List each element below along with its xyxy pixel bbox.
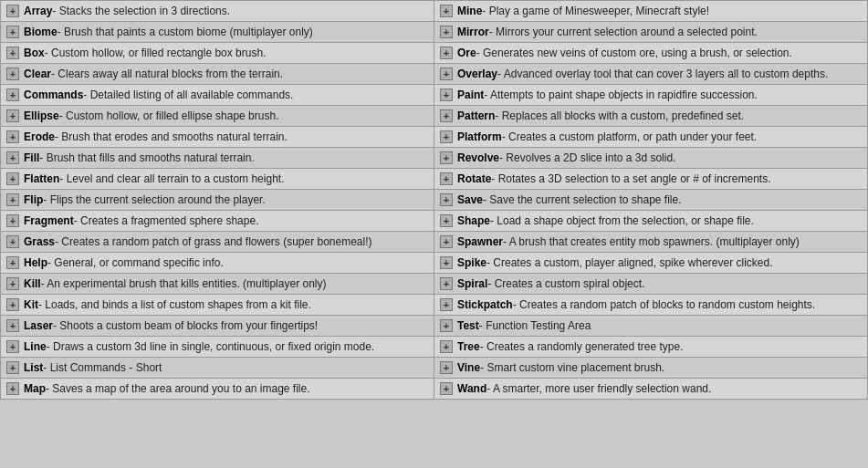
plus-icon: +: [440, 130, 453, 143]
list-item[interactable]: +Kill - An experimental brush that kills…: [1, 274, 434, 295]
item-desc: - Revolves a 2D slice into a 3d solid.: [499, 151, 675, 164]
list-item[interactable]: +Revolve - Revolves a 2D slice into a 3d…: [434, 148, 868, 169]
plus-icon: +: [440, 298, 453, 311]
item-name: Fill: [24, 151, 39, 164]
list-item[interactable]: +Array - Stacks the selection in 3 direc…: [1, 1, 434, 22]
list-item[interactable]: +Fragment - Creates a fragmented sphere …: [1, 211, 434, 232]
list-item[interactable]: +Paint - Attempts to paint shape objects…: [434, 85, 868, 106]
item-desc: - Detailed listing of all available comm…: [83, 88, 293, 101]
item-desc: - A smarter, more user friendly selectio…: [486, 382, 711, 395]
plus-icon: +: [6, 340, 19, 353]
list-item[interactable]: +Flip - Flips the current selection arou…: [1, 190, 434, 211]
item-name: Overlay: [457, 68, 497, 80]
list-item[interactable]: +Spawner - A brush that creates entity m…: [434, 232, 868, 253]
list-item[interactable]: +Platform - Creates a custom platform, o…: [434, 127, 868, 148]
plus-icon: +: [440, 214, 453, 227]
item-desc: - Generates new veins of custom ore, usi…: [476, 47, 792, 59]
list-item[interactable]: +Rotate - Rotates a 3D selection to a se…: [434, 169, 868, 190]
item-desc: - Saves a map of the area around you to …: [46, 382, 310, 395]
item-name: Help: [24, 256, 47, 269]
item-desc: - Brush that erodes and smooths natural …: [55, 130, 288, 143]
list-item[interactable]: +Test - Function Testing Area: [434, 316, 868, 337]
list-item[interactable]: +Line - Draws a custom 3d line in single…: [1, 337, 434, 358]
list-item[interactable]: +Spike - Creates a custom, player aligne…: [434, 253, 868, 274]
item-name: Test: [457, 319, 479, 332]
plus-icon: +: [6, 26, 19, 38]
list-item[interactable]: +Box - Custom hollow, or filled rectangl…: [1, 43, 434, 64]
list-item[interactable]: +Vine - Smart custom vine placement brus…: [434, 358, 868, 379]
plus-icon: +: [6, 319, 19, 332]
plus-icon: +: [6, 88, 19, 101]
list-item[interactable]: +Ore - Generates new veins of custom ore…: [434, 43, 868, 64]
item-name: Paint: [457, 88, 484, 101]
list-item[interactable]: +Erode - Brush that erodes and smooths n…: [1, 127, 434, 148]
item-name: Revolve: [457, 151, 499, 164]
item-name: List: [24, 361, 43, 374]
plus-icon: +: [6, 193, 19, 206]
list-item[interactable]: +Tree - Creates a randomly generated tre…: [434, 337, 868, 358]
item-desc: - General, or command specific info.: [47, 256, 224, 269]
plus-icon: +: [440, 193, 453, 206]
commands-grid: +Array - Stacks the selection in 3 direc…: [0, 0, 868, 400]
item-desc: - Function Testing Area: [479, 319, 591, 332]
plus-icon: +: [440, 235, 453, 248]
item-desc: - A brush that creates entity mob spawne…: [503, 235, 800, 248]
item-desc: - Rotates a 3D selection to a set angle …: [491, 172, 770, 185]
plus-icon: +: [6, 68, 19, 80]
item-name: Stickpatch: [457, 298, 513, 311]
item-desc: - Custom hollow, or filled ellipse shape…: [59, 109, 279, 122]
item-desc: - Level and clear all terrain to a custo…: [59, 172, 284, 185]
item-desc: - Advanced overlay tool that can cover 3…: [497, 68, 828, 80]
item-name: Spawner: [457, 235, 503, 248]
item-name: Grass: [24, 235, 55, 248]
plus-icon: +: [6, 172, 19, 185]
list-item[interactable]: +Shape - Load a shape object from the se…: [434, 211, 868, 232]
list-item[interactable]: +Fill - Brush that fills and smooths nat…: [1, 148, 434, 169]
list-item[interactable]: +Commands - Detailed listing of all avai…: [1, 85, 434, 106]
item-name: Mirror: [457, 26, 489, 38]
list-item[interactable]: +Map - Saves a map of the area around yo…: [1, 379, 434, 400]
plus-icon: +: [6, 47, 19, 59]
list-item[interactable]: +Mirror - Mirrors your current selection…: [434, 22, 868, 43]
item-desc: - Creates a custom platform, or path und…: [502, 130, 757, 143]
list-item[interactable]: +Mine - Play a game of Minesweeper, Mine…: [434, 1, 868, 22]
plus-icon: +: [440, 382, 453, 395]
list-item[interactable]: +Clear - Clears away all natural blocks …: [1, 64, 434, 85]
plus-icon: +: [6, 5, 19, 17]
item-desc: - Play a game of Minesweeper, Minecraft …: [482, 5, 709, 17]
list-item[interactable]: +Flatten - Level and clear all terrain t…: [1, 169, 434, 190]
list-item[interactable]: +Overlay - Advanced overlay tool that ca…: [434, 64, 868, 85]
list-item[interactable]: +Grass - Creates a random patch of grass…: [1, 232, 434, 253]
list-item[interactable]: +Stickpatch - Creates a random patch of …: [434, 295, 868, 316]
item-desc: - Flips the current selection around the…: [43, 193, 265, 206]
list-item[interactable]: +Pattern - Replaces all blocks with a cu…: [434, 106, 868, 127]
list-item[interactable]: +Help - General, or command specific inf…: [1, 253, 434, 274]
item-name: Pattern: [457, 109, 495, 122]
list-item[interactable]: +Laser - Shoots a custom beam of blocks …: [1, 316, 434, 337]
list-item[interactable]: +Wand - A smarter, more user friendly se…: [434, 379, 868, 400]
item-name: Vine: [457, 361, 480, 374]
list-item[interactable]: +Ellipse - Custom hollow, or filled elli…: [1, 106, 434, 127]
plus-icon: +: [440, 277, 453, 290]
item-desc: - Load a shape object from the selection…: [490, 214, 754, 227]
item-name: Kit: [24, 298, 38, 311]
item-name: Clear: [24, 68, 51, 80]
plus-icon: +: [440, 361, 453, 374]
item-desc: - Shoots a custom beam of blocks from yo…: [53, 319, 318, 332]
item-desc: - Draws a custom 3d line in single, cont…: [47, 340, 375, 353]
item-name: Shape: [457, 214, 490, 227]
plus-icon: +: [6, 256, 19, 269]
list-item[interactable]: +Save - Save the current selection to sh…: [434, 190, 868, 211]
list-item[interactable]: +Spiral - Creates a custom spiral object…: [434, 274, 868, 295]
item-desc: - Creates a custom, player aligned, spik…: [486, 256, 772, 269]
item-desc: - Attempts to paint shape objects in rap…: [484, 88, 758, 101]
list-item[interactable]: +List - List Commands - Short: [1, 358, 434, 379]
list-item[interactable]: +Biome - Brush that paints a custom biom…: [1, 22, 434, 43]
item-name: Map: [24, 382, 46, 395]
item-desc: - Creates a custom spiral object.: [487, 277, 644, 290]
plus-icon: +: [6, 382, 19, 395]
item-desc: - Smart custom vine placement brush.: [480, 361, 664, 374]
list-item[interactable]: +Kit - Loads, and binds a list of custom…: [1, 295, 434, 316]
item-desc: - Save the current selection to shape fi…: [483, 193, 681, 206]
item-name: Ellipse: [24, 109, 59, 122]
